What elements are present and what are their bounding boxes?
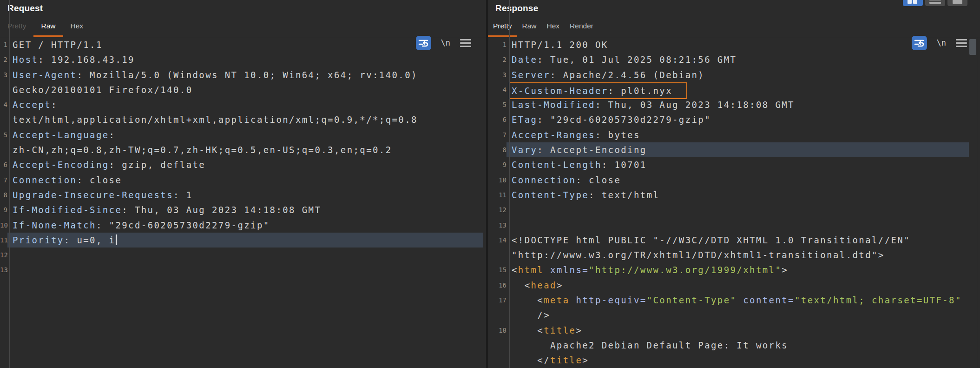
- line-text: Priority: u=0, i: [7, 233, 117, 248]
- line-number: 2: [0, 52, 7, 67]
- code-token: Server: [512, 70, 550, 80]
- code-token: meta: [544, 295, 569, 305]
- code-token: Content-Length: [512, 160, 602, 170]
- code-token: Gecko/20100101 Firefox/140.0: [13, 85, 193, 95]
- code-line[interactable]: Apache2 Debian Default Page: It works: [488, 338, 969, 353]
- code-line[interactable]: 4Accept:: [0, 97, 483, 112]
- code-line[interactable]: 5Accept-Language:: [0, 127, 483, 142]
- line-text: "http://www.w3.org/TR/xhtml1/DTD/xhtml1-…: [506, 248, 885, 262]
- code-line[interactable]: 13: [0, 262, 483, 277]
- code-line[interactable]: 2Date: Tue, 01 Jul 2025 08:21:56 GMT: [488, 52, 969, 67]
- request-tab-raw[interactable]: Raw: [33, 15, 63, 37]
- line-text: Content-Type: text/html: [506, 187, 659, 202]
- code-line[interactable]: 2Host: 192.168.43.19: [0, 52, 483, 67]
- code-line[interactable]: 9If-Modified-Since: Thu, 03 Aug 2023 14:…: [0, 202, 483, 217]
- code-token: >: [576, 325, 582, 335]
- code-line[interactable]: 12: [488, 202, 969, 217]
- code-token: "http://www.w3.org/TR/xhtml1/DTD/xhtml1-…: [512, 250, 885, 260]
- code-line[interactable]: 6Accept-Encoding: gzip, deflate: [0, 157, 483, 172]
- code-token: html: [518, 265, 544, 275]
- code-line[interactable]: 18 <title>: [488, 323, 969, 338]
- code-line[interactable]: zh-CN,zh;q=0.8,zh-TW;q=0.7,zh-HK;q=0.5,e…: [0, 142, 483, 157]
- code-line[interactable]: 7Connection: close: [0, 173, 483, 187]
- code-token: <: [537, 325, 544, 335]
- code-line[interactable]: "http://www.w3.org/TR/xhtml1/DTD/xhtml1-…: [488, 248, 969, 262]
- code-token: <: [525, 280, 531, 290]
- code-token: <!DOCTYPE html PUBLIC "-//W3C//DTD XHTML…: [512, 235, 910, 245]
- line-text: Content-Length: 10701: [506, 157, 647, 172]
- response-tab-pretty[interactable]: Pretty: [488, 15, 517, 37]
- code-token: Accept-Ranges: [512, 130, 595, 140]
- code-line[interactable]: 1GET / HTTP/1.1: [0, 37, 483, 52]
- line-text: Accept-Encoding: gzip, deflate: [7, 157, 205, 172]
- code-line[interactable]: 14<!DOCTYPE html PUBLIC "-//W3C//DTD XHT…: [488, 233, 969, 248]
- code-token: [512, 355, 537, 365]
- code-line[interactable]: 6ETag: "29cd-60205730d2279-gzip": [488, 112, 969, 127]
- code-token: "text/html; charset=UTF-8": [795, 295, 962, 305]
- code-line[interactable]: Gecko/20100101 Firefox/140.0: [0, 82, 483, 97]
- code-line[interactable]: 10Connection: close: [488, 173, 969, 187]
- request-tab-hex[interactable]: Hex: [63, 15, 91, 37]
- code-line[interactable]: 9Content-Length: 10701: [488, 157, 969, 172]
- response-tab-raw[interactable]: Raw: [517, 15, 541, 37]
- code-line[interactable]: 11Priority: u=0, i: [0, 233, 483, 248]
- code-token: [544, 265, 550, 275]
- code-token: : Thu, 03 Aug 2023 14:18:08 GMT: [122, 205, 321, 215]
- code-token: Priority: [13, 235, 64, 245]
- response-tab-bar: Pretty Raw Hex Render \n: [488, 15, 980, 37]
- code-token: Host: [13, 54, 38, 65]
- code-line[interactable]: 8Vary: Accept-Encoding: [488, 142, 969, 157]
- line-text: HTTP/1.1 200 OK: [506, 37, 608, 52]
- scrollbar-thumb[interactable]: [969, 39, 976, 55]
- code-line[interactable]: 8Upgrade-Insecure-Requests: 1: [0, 187, 483, 202]
- code-token: : Mozilla/5.0 (Windows NT 10.0; Win64; x…: [77, 70, 417, 80]
- code-line[interactable]: 16 <head>: [488, 278, 969, 293]
- code-token: : Accept-Encoding: [537, 145, 646, 155]
- line-number: 7: [0, 173, 7, 187]
- rows-layout-button[interactable]: [925, 0, 945, 6]
- single-layout-button[interactable]: [947, 0, 967, 6]
- code-line[interactable]: 10If-None-Match: "29cd-60205730d2279-gzi…: [0, 218, 483, 233]
- code-token: Connection: [13, 175, 77, 185]
- line-number: 9: [0, 202, 7, 217]
- request-tab-bar: Pretty Raw Hex \n: [0, 15, 486, 37]
- code-line[interactable]: 13: [488, 218, 969, 233]
- code-line[interactable]: 17 <meta http-equiv="Content-Type" conte…: [488, 293, 969, 308]
- code-token: Vary: [512, 145, 537, 155]
- request-tab-pretty[interactable]: Pretty: [0, 15, 33, 37]
- code-line[interactable]: 3User-Agent: Mozilla/5.0 (Windows NT 10.…: [0, 67, 483, 82]
- columns-layout-button[interactable]: [903, 0, 923, 6]
- code-line[interactable]: 7Accept-Ranges: bytes: [488, 127, 969, 142]
- line-number: 8: [0, 187, 7, 202]
- response-editor[interactable]: 1HTTP/1.1 200 OK2Date: Tue, 01 Jul 2025 …: [488, 37, 969, 368]
- response-tab-render[interactable]: Render: [565, 15, 599, 37]
- code-token: [512, 295, 537, 305]
- code-line[interactable]: </title>: [488, 353, 969, 368]
- code-token: : Tue, 01 Jul 2025 08:21:56 GMT: [537, 54, 737, 65]
- response-tab-hex[interactable]: Hex: [542, 15, 565, 37]
- line-text: Server: Apache/2.4.56 (Debian): [506, 67, 704, 82]
- request-panel: Request Pretty Raw Hex \n 1GET / HTTP/1.…: [0, 0, 486, 368]
- code-token: >: [782, 265, 788, 275]
- code-token: :: [109, 130, 116, 140]
- line-text: GET / HTTP/1.1: [7, 37, 103, 52]
- line-number: 13: [488, 218, 506, 233]
- code-token: text/html,application/xhtml+xml,applicat…: [13, 114, 418, 125]
- code-line[interactable]: text/html,application/xhtml+xml,applicat…: [0, 112, 483, 127]
- line-text: />: [506, 308, 550, 322]
- line-text: ETag: "29cd-60205730d2279-gzip": [506, 112, 711, 127]
- code-line[interactable]: 1HTTP/1.1 200 OK: [488, 37, 969, 52]
- code-line[interactable]: 4X-Custom-Header: pl0t.nyx: [488, 82, 969, 97]
- line-number: 13: [0, 262, 7, 277]
- code-line[interactable]: 5Last-Modified: Thu, 03 Aug 2023 14:18:0…: [488, 97, 969, 112]
- code-line[interactable]: 11Content-Type: text/html: [488, 187, 969, 202]
- request-editor[interactable]: 1GET / HTTP/1.12Host: 192.168.43.193User…: [0, 37, 483, 368]
- code-line[interactable]: 15<html xmlns="http://www.w3.org/1999/xh…: [488, 262, 969, 277]
- code-line[interactable]: 12: [0, 248, 483, 262]
- code-line[interactable]: />: [488, 308, 969, 322]
- code-token: GET / HTTP/1.1: [13, 40, 103, 50]
- code-line[interactable]: 3Server: Apache/2.4.56 (Debian): [488, 67, 969, 82]
- line-number: 8: [488, 142, 506, 157]
- line-number: 14: [488, 233, 506, 248]
- selection-highlight-box: X-Custom-Header: pl0t.nyx: [509, 82, 687, 99]
